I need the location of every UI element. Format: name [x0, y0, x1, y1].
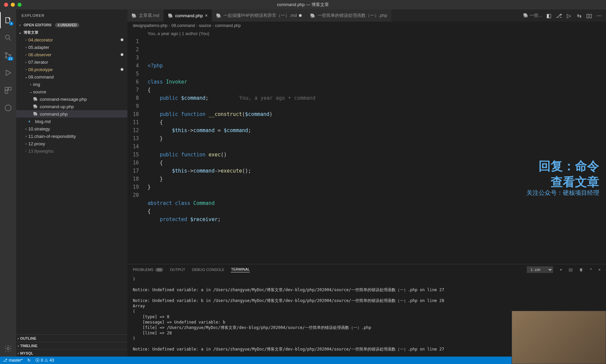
split-icon[interactable]: ▯▯ [586, 12, 593, 19]
folder-item[interactable]: ›07.iterator [16, 58, 127, 66]
chevron-down-icon: ⌄ [18, 30, 22, 35]
minimize-window[interactable] [11, 3, 15, 7]
output-tab[interactable]: OUTPUT [170, 268, 185, 272]
folder-item[interactable]: ⌄09.command [16, 73, 127, 81]
folder-item[interactable]: ›13.flyweights [16, 147, 127, 155]
breadcrumb-item[interactable]: 09.command [172, 23, 195, 28]
git-icon[interactable]: ⎇ [555, 12, 562, 19]
close-panel-icon[interactable]: × [599, 268, 601, 272]
svg-point-2 [5, 53, 7, 54]
line-numbers: 1234567891011121314151617181920 [127, 37, 144, 264]
svg-point-3 [5, 57, 7, 58]
panel-tabs: PROBLEMS43 OUTPUT DEBUG CONSOLE TERMINAL… [127, 264, 606, 275]
file-tree: ›04.decorator›05.adapter›06.observer›07.… [16, 36, 127, 334]
webcam-overlay [512, 311, 606, 364]
folder-item[interactable]: ›12.proxy [16, 140, 127, 147]
terminal-selector[interactable]: 1: zsh [527, 266, 553, 273]
php-icon: 🐘 [216, 13, 221, 18]
folder-item[interactable]: ›img [16, 81, 127, 88]
breadcrumb-item[interactable]: designpatterns-php [133, 23, 168, 28]
diff-icon[interactable]: ⇆ [576, 12, 582, 19]
svg-rect-5 [5, 87, 8, 90]
chevron-right-icon: › [18, 23, 22, 27]
folder-item[interactable]: ›11.chain-of-responsiblity [16, 132, 127, 140]
new-terminal-icon[interactable]: + [560, 268, 562, 272]
svg-rect-7 [5, 91, 8, 93]
extensions-icon[interactable] [0, 82, 16, 98]
window-title: command.php — 博客文章 [277, 2, 329, 8]
editor-tab[interactable]: 🐘command.php× [164, 9, 212, 22]
window-controls [0, 3, 22, 7]
editor-tabs: 🐘文章底.md🐘command.php×🐘一起搞懂PHP的错误和异常（一）.md… [127, 9, 606, 22]
folder-root-section[interactable]: ⌄ 博客文章 [16, 29, 127, 36]
terminal-tab[interactable]: TERMINAL [231, 267, 250, 272]
open-editors-section[interactable]: › OPEN EDITORS 4 UNSAVED [16, 21, 127, 29]
svg-point-0 [5, 35, 9, 39]
folder-item[interactable]: ›10.strategy [16, 125, 127, 132]
code-content[interactable]: <?phpclass Invoker{ public $command; You… [144, 37, 606, 264]
search-icon[interactable] [0, 30, 16, 46]
titlebar: command.php — 博客文章 [0, 0, 606, 9]
folder-item[interactable]: ›08.prototype [16, 66, 127, 73]
folder-item[interactable]: ›04.decorator [16, 36, 127, 43]
editor-tab[interactable]: 🐘文章底.md [127, 9, 164, 22]
svg-rect-6 [8, 87, 11, 90]
sidebar-section[interactable]: ›OUTLINE [16, 334, 127, 342]
git-sync[interactable]: ↻ [27, 358, 31, 363]
run-debug-icon[interactable] [0, 65, 16, 81]
breadcrumb-item[interactable]: command.php [215, 23, 241, 28]
php-icon: 🐘 [310, 13, 315, 18]
folder-item[interactable]: ⌄source [16, 88, 127, 95]
svg-point-4 [9, 55, 11, 56]
split-terminal-icon[interactable]: ▯▯ [569, 268, 573, 272]
file-item[interactable]: 🐘command-up.php [16, 103, 127, 110]
more-icon[interactable]: ⋯ [596, 12, 603, 19]
source-control-icon[interactable]: 23 [0, 47, 16, 63]
folder-item[interactable]: ›06.observer [16, 51, 127, 58]
explorer-icon[interactable]: 4 [0, 12, 16, 28]
svg-line-1 [9, 39, 11, 40]
svg-point-9 [7, 347, 9, 350]
breadcrumbs[interactable]: designpatterns-php›09.command›source›com… [127, 22, 606, 30]
editor-area: 🐘文章底.md🐘command.php×🐘一起搞懂PHP的错误和异常（一）.md… [127, 9, 606, 357]
settings-gear-icon[interactable] [0, 340, 16, 357]
close-window[interactable] [4, 3, 8, 7]
file-item[interactable]: 🐘command.php [16, 110, 127, 118]
file-item[interactable]: 🐘command-message.php [16, 95, 127, 103]
php-icon: 🐘 [131, 13, 137, 18]
sidebar-section[interactable]: ›MYSQL [16, 349, 127, 357]
code-editor[interactable]: 1234567891011121314151617181920 <?phpcla… [127, 37, 606, 264]
close-tab-icon[interactable]: × [205, 13, 208, 18]
compare-icon[interactable]: ◧ [545, 12, 552, 19]
minimap[interactable] [586, 37, 606, 71]
git-blame-header: You, a year ago | 1 author (You) [127, 30, 606, 37]
sidebar: EXPLORER › OPEN EDITORS 4 UNSAVED ⌄ 博客文章… [16, 9, 127, 357]
docker-icon[interactable] [0, 100, 16, 116]
file-item[interactable]: ♦blog.md [16, 118, 127, 125]
kill-terminal-icon[interactable]: 🗑 [579, 268, 583, 272]
editor-tab[interactable]: 🐘一些简单的错误处理函数（一）.php [306, 9, 392, 22]
editor-tab[interactable]: 🐘一起搞懂PHP的错误和异常（一）.md [212, 9, 306, 22]
folder-item[interactable]: ›05.adapter [16, 43, 127, 51]
svg-point-8 [5, 105, 11, 111]
activity-bar: 4 23 [0, 9, 16, 357]
php-icon: 🐘 [168, 13, 173, 18]
problems-status[interactable]: ⓧ 0 ⚠ 43 [35, 358, 54, 363]
git-branch[interactable]: ⎇ master* [3, 358, 23, 363]
maximize-panel-icon[interactable]: ^ [590, 268, 592, 272]
sidebar-title: EXPLORER [16, 9, 127, 21]
modified-indicator [299, 14, 302, 17]
maximize-window[interactable] [18, 3, 22, 7]
breadcrumb-item[interactable]: source [199, 23, 211, 28]
run-icon[interactable]: ▷ [566, 12, 572, 19]
problems-tab[interactable]: PROBLEMS43 [133, 268, 163, 272]
sidebar-section[interactable]: ›TIMELINE [16, 342, 127, 349]
debug-console-tab[interactable]: DEBUG CONSOLE [192, 268, 224, 272]
